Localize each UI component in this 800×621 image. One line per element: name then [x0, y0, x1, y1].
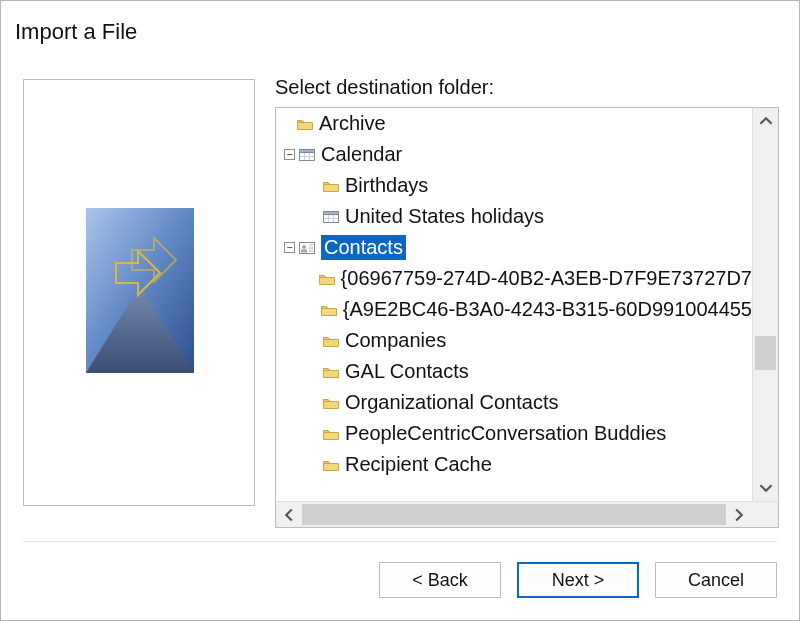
folder-tree[interactable]: Archive−CalendarBirthdaysUnited States h…	[276, 108, 752, 501]
svg-rect-14	[301, 250, 307, 253]
tree-expander-blank	[310, 211, 323, 222]
button-bar: < Back Next > Cancel	[379, 562, 777, 598]
tree-item-label: {06967759-274D-40B2-A3EB-D7F9E73727D7	[341, 267, 752, 290]
cancel-button[interactable]: Cancel	[655, 562, 777, 598]
tree-item[interactable]: GAL Contacts	[276, 356, 752, 387]
tree-item-label: Organizational Contacts	[345, 391, 558, 414]
folder-icon	[323, 453, 345, 476]
next-button[interactable]: Next >	[517, 562, 639, 598]
graphic-pane	[23, 79, 255, 506]
import-graphic	[86, 208, 194, 373]
tree-item-label: Birthdays	[345, 174, 428, 197]
tree-item[interactable]: Organizational Contacts	[276, 387, 752, 418]
folder-icon	[319, 267, 341, 290]
folder-icon	[323, 360, 345, 383]
tree-item-label: Contacts	[321, 235, 406, 260]
tree-expander-blank	[310, 366, 323, 377]
tree-item[interactable]: −Calendar	[276, 139, 752, 170]
tree-expander-blank	[310, 180, 323, 191]
wizard-window: Import a File	[0, 0, 800, 621]
tree-expander[interactable]: −	[284, 242, 295, 253]
folder-icon	[321, 298, 343, 321]
tree-expander-blank	[310, 397, 323, 408]
folder-icon	[323, 422, 345, 445]
tree-item[interactable]: −Contacts	[276, 232, 752, 263]
tree-item[interactable]: Recipient Cache	[276, 449, 752, 480]
tree-item[interactable]: Archive	[276, 108, 752, 139]
tree-expander-blank	[310, 459, 323, 470]
vertical-scrollbar[interactable]	[752, 108, 778, 501]
calendar-icon	[323, 205, 345, 228]
chevron-up-icon	[759, 114, 773, 128]
tree-item-label: Companies	[345, 329, 446, 352]
tree-label: Select destination folder:	[275, 76, 494, 99]
scroll-left-arrow[interactable]	[276, 502, 302, 528]
tree-item-label: United States holidays	[345, 205, 544, 228]
separator	[23, 541, 777, 542]
tree-item[interactable]: Companies	[276, 325, 752, 356]
chevron-right-icon	[732, 508, 746, 522]
tree-wrap: Archive−CalendarBirthdaysUnited States h…	[275, 107, 779, 528]
calendar-icon	[299, 143, 321, 166]
back-button[interactable]: < Back	[379, 562, 501, 598]
svg-rect-3	[300, 150, 315, 153]
contacts-icon	[299, 236, 321, 259]
svg-point-13	[302, 245, 306, 249]
tree-item[interactable]: {06967759-274D-40B2-A3EB-D7F9E73727D7	[276, 263, 752, 294]
folder-icon	[323, 391, 345, 414]
tree-item-label: {A9E2BC46-B3A0-4243-B315-60D991004455	[343, 298, 752, 321]
tree-expander[interactable]: −	[284, 149, 295, 160]
folder-icon	[323, 174, 345, 197]
tree-item[interactable]: United States holidays	[276, 201, 752, 232]
tree-expander-blank	[310, 273, 319, 284]
tree-item-label: Calendar	[321, 143, 402, 166]
scroll-up-arrow[interactable]	[753, 108, 779, 134]
tree-expander-blank	[310, 304, 321, 315]
horizontal-scrollbar[interactable]	[276, 501, 778, 527]
tree-item[interactable]: {A9E2BC46-B3A0-4243-B315-60D991004455	[276, 294, 752, 325]
tree-item-label: Archive	[319, 112, 386, 135]
wizard-content: Select destination folder: Archive−Calen…	[23, 79, 777, 528]
tree-item-label: Recipient Cache	[345, 453, 492, 476]
tree-expander-blank	[310, 335, 323, 346]
chevron-left-icon	[282, 508, 296, 522]
vertical-scroll-thumb[interactable]	[755, 336, 776, 370]
scroll-right-arrow[interactable]	[726, 502, 752, 528]
chevron-down-icon	[759, 481, 773, 495]
scroll-down-arrow[interactable]	[753, 475, 779, 501]
wizard-title: Import a File	[15, 19, 137, 45]
tree-item[interactable]: Birthdays	[276, 170, 752, 201]
folder-icon	[297, 112, 319, 135]
tree-expander-blank	[310, 428, 323, 439]
folder-icon	[323, 329, 345, 352]
svg-rect-8	[324, 212, 339, 215]
tree-expander-blank	[284, 118, 297, 129]
tree-item-label: GAL Contacts	[345, 360, 469, 383]
tree-item-label: PeopleCentricConversation Buddies	[345, 422, 666, 445]
horizontal-scroll-thumb[interactable]	[302, 504, 726, 525]
tree-item[interactable]: PeopleCentricConversation Buddies	[276, 418, 752, 449]
